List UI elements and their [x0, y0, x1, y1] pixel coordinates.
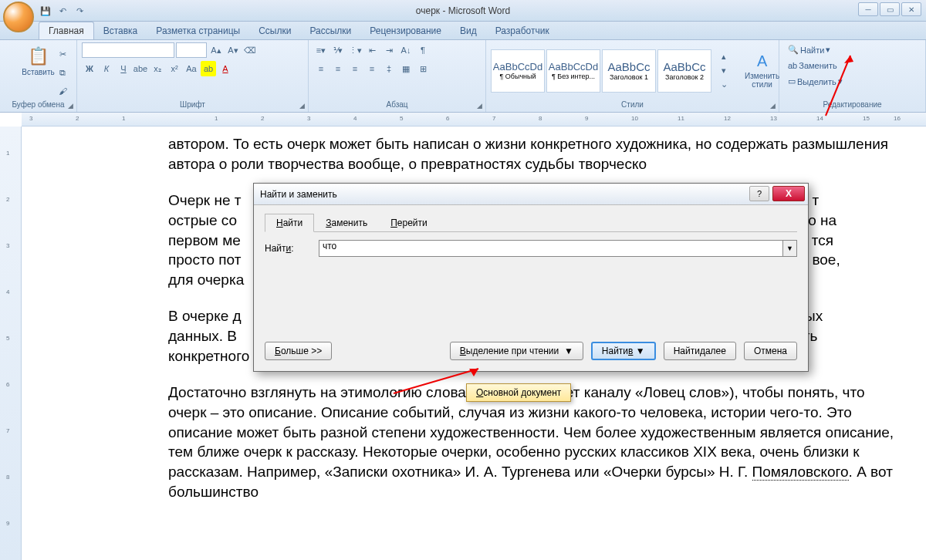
qat-save-icon[interactable]: 💾: [39, 4, 52, 18]
multilevel-icon[interactable]: ⋮▾: [347, 42, 363, 58]
tab-view[interactable]: Вид: [451, 22, 486, 39]
bold-button[interactable]: Ж: [82, 61, 97, 76]
font-launcher[interactable]: ◢: [297, 101, 306, 110]
window-title: очерк - Microsoft Word: [416, 5, 510, 16]
shading-icon[interactable]: ▦: [398, 61, 414, 76]
group-styles-label: Стили: [491, 99, 774, 110]
style-gallery-up[interactable]: ▴: [716, 50, 732, 64]
underline-button[interactable]: Ч: [116, 61, 131, 76]
find-history-dropdown[interactable]: ▼: [782, 241, 796, 256]
close-button[interactable]: ✕: [901, 2, 921, 16]
dialog-title: Найти и заменить: [260, 189, 337, 200]
change-case-icon[interactable]: Aa: [184, 61, 199, 76]
title-bar: очерк - Microsoft Word ─ ▭ ✕ 💾 ↶ ↷: [0, 0, 926, 22]
styles-launcher[interactable]: ◢: [768, 101, 777, 110]
group-clipboard-label: Буфер обмена: [5, 99, 72, 110]
shrink-font-icon[interactable]: A▾: [225, 42, 241, 58]
paste-button[interactable]: 📋 Вставить: [16, 42, 59, 80]
dialog-tab-replace[interactable]: Заменить: [314, 214, 379, 232]
align-right-icon[interactable]: ≡: [347, 61, 363, 76]
minimize-button[interactable]: ─: [858, 2, 878, 16]
restore-button[interactable]: ▭: [880, 2, 900, 16]
style-no-spacing[interactable]: AaBbCcDd¶ Без интер...: [546, 49, 600, 93]
find-in-button[interactable]: Найти в ▼: [591, 342, 656, 360]
sort-icon[interactable]: A↓: [398, 42, 414, 58]
dialog-tab-find[interactable]: Найти: [265, 214, 314, 232]
strike-icon[interactable]: abe: [133, 61, 148, 76]
highlight-icon[interactable]: ab: [201, 61, 216, 76]
numbering-icon[interactable]: ⅟▾: [330, 42, 346, 58]
subscript-icon[interactable]: x₂: [150, 61, 165, 76]
superscript-icon[interactable]: x²: [167, 61, 182, 76]
tab-layout[interactable]: Разметка страницы: [147, 22, 249, 39]
find-in-main-document[interactable]: Основной документ: [476, 387, 561, 398]
change-styles-icon: A: [757, 52, 767, 70]
find-next-button[interactable]: Найти далее: [664, 342, 736, 360]
change-styles-label: Изменить стили: [745, 72, 779, 89]
group-font-label: Шрифт: [82, 99, 303, 110]
qat-undo-icon[interactable]: ↶: [56, 4, 69, 18]
tab-mailings[interactable]: Рассылки: [300, 22, 360, 39]
group-editing-label: Редактирование: [784, 99, 921, 110]
find-button[interactable]: 🔍Найти ▾: [784, 42, 834, 57]
ruler-horizontal[interactable]: 3 2 1 1 2 3 4 5 6 7 8 9 10 11 12 13 14 1…: [22, 113, 926, 127]
style-heading1[interactable]: AaBbCcЗаголовок 1: [602, 49, 656, 93]
format-painter-icon[interactable]: 🖌: [55, 83, 70, 99]
copy-icon[interactable]: ⧉: [55, 65, 70, 80]
select-icon: ▭: [788, 76, 796, 86]
grow-font-icon[interactable]: A▴: [208, 42, 224, 58]
ribbon-tabs: Главная Вставка Разметка страницы Ссылки…: [0, 22, 926, 40]
ruler-vertical[interactable]: 1 2 3 4 5 6 7 8 9: [0, 127, 22, 560]
dialog-titlebar[interactable]: Найти и заменить ? X: [254, 184, 808, 205]
find-replace-dialog: Найти и заменить ? X Найти Заменить Пере…: [253, 183, 809, 372]
style-normal[interactable]: AaBbCcDd¶ Обычный: [491, 49, 545, 93]
tab-references[interactable]: Ссылки: [249, 22, 300, 39]
more-button[interactable]: Больше >>: [265, 342, 332, 360]
font-color-icon[interactable]: A: [218, 61, 233, 76]
find-icon: 🔍: [788, 45, 799, 55]
reading-highlight-button[interactable]: Выделение при чтении ▼: [450, 342, 583, 360]
clipboard-icon: 📋: [28, 46, 49, 66]
office-button[interactable]: [3, 2, 34, 32]
decrease-indent-icon[interactable]: ⇤: [364, 42, 380, 58]
find-in-menu: Основной документ: [466, 383, 571, 402]
tab-review[interactable]: Рецензирование: [360, 22, 451, 39]
clear-format-icon[interactable]: ⌫: [242, 42, 258, 58]
align-center-icon[interactable]: ≡: [330, 61, 346, 76]
ribbon: 📋 Вставить ✂ ⧉ 🖌 Буфер обмена ◢ A▴ A▾ ⌫ …: [0, 40, 926, 113]
find-label: Найти:: [265, 243, 311, 254]
paste-label: Вставить: [22, 68, 54, 76]
tab-developer[interactable]: Разработчик: [486, 22, 559, 39]
cut-icon[interactable]: ✂: [55, 46, 70, 62]
font-size-combo[interactable]: [176, 42, 207, 58]
tab-home[interactable]: Главная: [39, 22, 94, 39]
qat-redo-icon[interactable]: ↷: [73, 4, 86, 18]
paragraph-launcher[interactable]: ◢: [475, 101, 484, 110]
dialog-close-button[interactable]: X: [772, 186, 805, 201]
dialog-help-button[interactable]: ?: [749, 186, 769, 201]
replace-button[interactable]: abЗаменить: [784, 59, 841, 73]
group-paragraph-label: Абзац: [313, 99, 481, 110]
show-marks-icon[interactable]: ¶: [415, 42, 431, 58]
select-button[interactable]: ▭Выделить ▾: [784, 74, 847, 89]
style-heading2[interactable]: AaBbCcЗаголовок 2: [657, 49, 711, 93]
cancel-button[interactable]: Отмена: [744, 342, 797, 360]
align-left-icon[interactable]: ≡: [313, 61, 329, 76]
find-input[interactable]: что ▼: [319, 240, 797, 257]
style-gallery-down[interactable]: ▾: [716, 64, 732, 78]
replace-icon: ab: [788, 61, 797, 70]
align-justify-icon[interactable]: ≡: [364, 61, 380, 76]
font-name-combo[interactable]: [82, 42, 174, 58]
italic-button[interactable]: К: [99, 61, 114, 76]
clipboard-launcher[interactable]: ◢: [66, 101, 75, 110]
borders-icon[interactable]: ⊞: [415, 61, 431, 76]
dialog-tab-goto[interactable]: Перейти: [379, 214, 439, 232]
line-spacing-icon[interactable]: ‡: [381, 61, 397, 76]
increase-indent-icon[interactable]: ⇥: [381, 42, 397, 58]
bullets-icon[interactable]: ≡▾: [313, 42, 329, 58]
change-styles-button[interactable]: A Изменить стили: [739, 49, 785, 93]
tab-insert[interactable]: Вставка: [94, 22, 147, 39]
spell-error: Помяловского: [752, 464, 849, 481]
style-gallery-more[interactable]: ⌄: [716, 78, 732, 92]
